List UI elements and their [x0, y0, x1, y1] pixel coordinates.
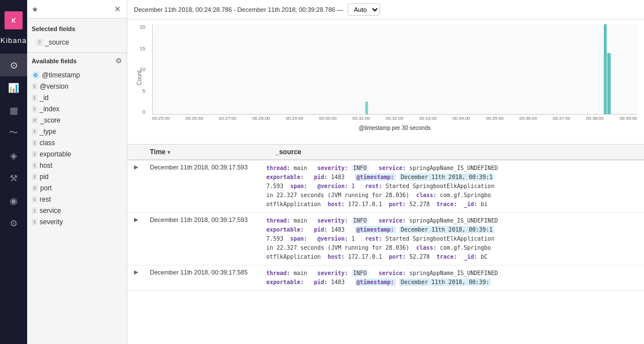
source-field-item[interactable]: ? _source	[32, 37, 122, 48]
rest-field-name: rest	[40, 195, 51, 203]
sidebar-item-discover[interactable]: ⊙	[0, 54, 27, 76]
fields-settings-icon[interactable]: ⚙	[115, 56, 122, 65]
row-expand-button[interactable]: ▶	[134, 164, 143, 209]
x-label-8: 00:32:00	[386, 116, 403, 121]
field-version[interactable]: t @version	[27, 81, 127, 92]
monitoring-icon: ◉	[10, 195, 18, 206]
version-field-name: @version	[40, 82, 68, 90]
x-label-12: 00:36:00	[520, 116, 537, 121]
apm-icon: ◈	[10, 150, 17, 161]
sort-icon: ▾	[167, 149, 170, 155]
x-label-1: 00:25:00	[152, 116, 170, 121]
x-axis-label: @timestamp per 30 seconds	[152, 125, 637, 131]
expand-col-header	[134, 148, 143, 156]
chart-wrapper: Count 20 15 10 5 0 00:25:00 00:26:00 00:…	[134, 24, 637, 132]
time-label: Time	[150, 148, 166, 156]
service-field-name: service	[40, 207, 61, 215]
field-type[interactable]: t _type	[27, 126, 127, 137]
row-source: thread: main severity: INFO service: spr…	[266, 164, 637, 209]
field-host[interactable]: t host	[27, 160, 127, 171]
available-fields-section: Available fields ⚙ ⊙ @timestamp t @versi…	[27, 53, 127, 344]
field-service[interactable]: t service	[27, 205, 127, 216]
row-time: December 11th 2018, 00:39:17.593	[150, 216, 260, 262]
close-icon: ✕	[114, 5, 121, 14]
class-field-name: class	[40, 139, 55, 147]
x-label-5: 00:29:00	[286, 116, 303, 121]
management-icon: ⚙	[10, 218, 18, 229]
sidebar-item-monitoring[interactable]: ◉	[0, 189, 27, 212]
chart-bars-container	[152, 24, 637, 115]
row-source: thread: main severity: INFO service: spr…	[266, 269, 637, 287]
timestamp-type-badge: ⊙	[32, 72, 40, 79]
interval-select[interactable]: Auto 10s 30s 1m	[348, 3, 380, 16]
row-expand-button[interactable]: ▶	[134, 269, 143, 287]
rest-type-badge: t	[32, 196, 37, 203]
y-tick-20: 20	[140, 24, 145, 30]
x-label-13: 00:37:00	[553, 116, 570, 121]
selected-fields-title: Selected fields	[32, 23, 122, 34]
service-type-badge: t	[32, 207, 37, 214]
type-field-name: _type	[40, 128, 56, 136]
field-id[interactable]: t _id	[27, 92, 127, 103]
port-type-badge: #	[32, 185, 38, 191]
logo-area: K	[0, 5, 27, 36]
id-field-name: _id	[40, 94, 49, 102]
sidebar-item-devtools[interactable]: ⚒	[0, 167, 27, 189]
field-pid[interactable]: t pid	[27, 171, 127, 182]
field-class[interactable]: t class	[27, 137, 127, 149]
x-label-6: 00:30:00	[319, 116, 336, 121]
field-exportable[interactable]: t exportable	[27, 149, 127, 160]
port-field-name: port	[40, 184, 52, 192]
sidebar-nav: ⊙ 📊 ▦ 〜 ◈ ⚒ ◉ ⚙	[0, 54, 27, 234]
field-timestamp[interactable]: ⊙ @timestamp	[27, 69, 127, 81]
field-port[interactable]: # port	[27, 182, 127, 194]
visualize-icon: 📊	[8, 82, 19, 93]
table-row[interactable]: ▶ December 11th 2018, 00:39:17.585 threa…	[127, 265, 644, 291]
chart-area: Count 20 15 10 5 0 00:25:00 00:26:00 00:…	[127, 20, 644, 144]
row-time: December 11th 2018, 00:39:17.585	[150, 269, 260, 287]
score-field-name: _score	[40, 116, 60, 124]
type-type-badge: t	[32, 128, 37, 135]
score-type-badge: #	[32, 117, 38, 124]
severity-field-name: severity	[40, 218, 63, 226]
date-range-text: December 11th 2018, 00:24:28.786 - Decem…	[134, 6, 343, 13]
field-index[interactable]: t _index	[27, 103, 127, 115]
x-label-3: 00:27:00	[219, 116, 236, 121]
y-tick-0: 0	[142, 109, 145, 115]
sidebar-item-timelion[interactable]: 〜	[0, 121, 27, 144]
sidebar-item-dashboard[interactable]: ▦	[0, 99, 27, 121]
results-table: Time ▾ _source ▶ December 11th 2018, 00:…	[127, 144, 644, 344]
field-rest[interactable]: t rest	[27, 194, 127, 205]
chart-bar	[604, 24, 607, 114]
source-type-badge: ?	[36, 39, 43, 46]
sidebar-item-visualize[interactable]: 📊	[0, 76, 27, 99]
x-label-2: 00:26:00	[185, 116, 203, 121]
devtools-icon: ⚒	[10, 173, 18, 184]
table-row[interactable]: ▶ December 11th 2018, 00:39:17.593 threa…	[127, 213, 644, 265]
severity-type-badge: t	[32, 219, 37, 225]
panel-star: ★	[32, 5, 41, 14]
sidebar-item-management[interactable]: ⚙	[0, 212, 27, 234]
discover-icon: ⊙	[10, 60, 18, 71]
field-severity[interactable]: t severity	[27, 216, 127, 228]
row-expand-button[interactable]: ▶	[134, 216, 143, 262]
id-type-badge: t	[32, 94, 37, 101]
y-tick-15: 15	[140, 46, 145, 51]
available-fields-header: Available fields ⚙	[27, 53, 127, 68]
row-source: thread: main severity: INFO service: spr…	[266, 216, 637, 262]
timelion-icon: 〜	[9, 127, 18, 139]
star-icon: ★	[32, 5, 38, 14]
pid-field-name: pid	[40, 173, 49, 181]
time-column-header[interactable]: Time ▾	[150, 148, 269, 156]
sidebar-item-apm[interactable]: ◈	[0, 144, 27, 167]
kibana-logo: K	[5, 11, 23, 29]
available-fields-title: Available fields	[32, 58, 77, 64]
panel-close-button[interactable]: ✕	[113, 5, 122, 14]
y-axis-ticks: 20 15 10 5 0	[140, 24, 145, 115]
row-time: December 11th 2018, 00:39:17.593	[150, 164, 260, 209]
source-column-header: _source	[275, 148, 637, 156]
selected-fields-section: Selected fields ? _source	[27, 19, 127, 53]
table-row[interactable]: ▶ December 11th 2018, 00:39:17.593 threa…	[127, 160, 644, 213]
fields-panel: ★ ✕ Selected fields ? _source Available …	[27, 0, 127, 344]
field-score[interactable]: # _score	[27, 115, 127, 126]
